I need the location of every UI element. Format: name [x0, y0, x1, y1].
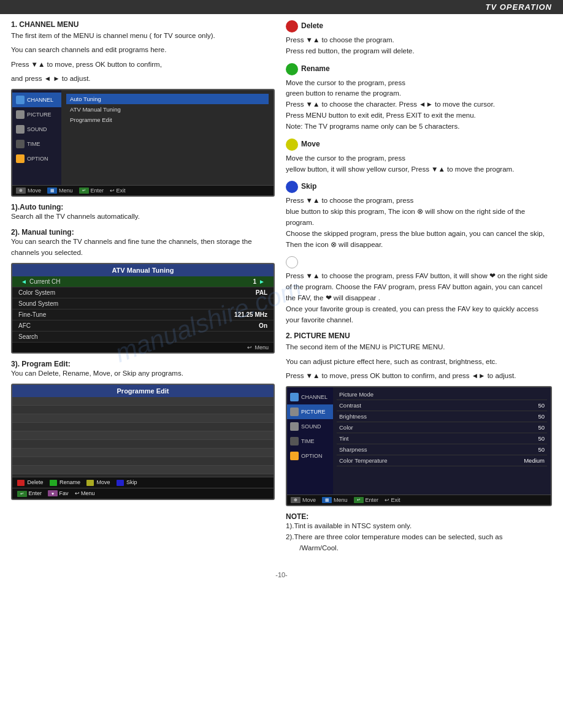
delete-text1: Press ▼▲ to choose the program. [286, 35, 552, 46]
delete-button-icon [17, 480, 25, 486]
auto-tuning-title: 1).Auto tuning: [11, 203, 275, 211]
pic-time-icon [290, 437, 299, 446]
pic-sidebar: CHANNEL PICTURE SOUND TIME [287, 387, 333, 495]
tv-menu-main: Auto Tuning ATV Manual Tuning Programme … [61, 90, 274, 185]
pic-menu-main: Picture Mode Contrast 50 Brightness 50 [333, 387, 551, 495]
prog-bottom-bar: Delete Rename Move Skip [12, 477, 274, 488]
prog-row [12, 466, 274, 474]
tv-sidebar: CHANNEL PICTURE SOUND TIME [12, 90, 61, 185]
pic-row-sharpness: Sharpness 50 [337, 444, 547, 455]
note-item1: 1).Tint is available in NTSC system only… [286, 521, 552, 532]
channel-menu-text1: The first item of the MENU is channel me… [11, 31, 275, 41]
pic-bottom-exit: ↩ Exit [385, 497, 400, 503]
fav-section: Press ▼▲ to choose the program, press FA… [286, 256, 552, 325]
move-icon: ⊕ [16, 188, 26, 194]
prog-row [12, 397, 274, 406]
move-label: Move [301, 140, 320, 148]
tv-menu-atv: ATV Manual Tuning [66, 104, 269, 115]
tv-bottom-enter: ↵ Enter [79, 188, 104, 194]
pic-sidebar-channel: CHANNEL [287, 390, 333, 404]
pic-row-picture-mode: Picture Mode [337, 389, 547, 400]
skip-button-icon [117, 480, 124, 486]
rename-label: Rename [301, 64, 330, 73]
move-text1: Move the cursor to the program, press [286, 153, 552, 164]
skip-text1: Press ▼▲ to choose the program, press [286, 195, 552, 207]
atv-row-afc: AFC On [12, 320, 274, 332]
fav-circle-icon [286, 256, 298, 268]
manual-tuning-title: 2). Manual tuning: [11, 228, 275, 237]
page-header: TV OPERATION [0, 0, 563, 14]
picture-icon [16, 110, 25, 119]
move-text2: yellow button, it will show yellow curso… [286, 164, 552, 175]
pic-sidebar-option: OPTION [287, 449, 333, 463]
sound-icon [16, 125, 25, 134]
note-section: NOTE: 1).Tint is available in NTSC syste… [286, 512, 552, 553]
auto-tuning-text: Search all the TV channels automatically… [11, 211, 275, 222]
left-arrow-icon: ◄ [21, 278, 27, 285]
rename-button-icon [50, 480, 57, 486]
tv-sidebar-sound: SOUND [12, 122, 61, 137]
prog-row [12, 423, 274, 431]
pic-option-icon [290, 452, 299, 460]
atv-row-fine-tune: Fine-Tune 121.25 MHz [12, 309, 274, 320]
right-column: Delete Press ▼▲ to choose the program. P… [286, 20, 552, 560]
prog-row [12, 431, 274, 440]
page-number: -10- [0, 571, 563, 578]
program-edit-text: You can Delete, Rename, Move, or Skip an… [11, 368, 275, 379]
pic-bottom-enter: ↵ Enter [354, 497, 379, 503]
pic-picture-icon [290, 408, 299, 416]
prog-screen-title: Programme Edit [12, 385, 274, 397]
pic-row-contrast: Contrast 50 [337, 400, 547, 411]
manual-tuning-text: You can search the TV channels and fine … [11, 237, 275, 258]
pic-row-color: Color 50 [337, 422, 547, 433]
picture-menu-screenshot: CHANNEL PICTURE SOUND TIME [286, 386, 552, 506]
prog-row [12, 414, 274, 423]
channel-menu-section: 1. CHANNEL MENU The first item of the ME… [11, 20, 275, 197]
channel-menu-text3: Press ▼▲ to move, press OK button to con… [11, 59, 275, 70]
pic-sidebar-picture: PICTURE [287, 404, 333, 419]
tv-menu-auto-tuning: Auto Tuning [66, 94, 269, 104]
rename-section: Rename Move the cursor to the program, p… [286, 63, 552, 132]
prog-row [12, 457, 274, 466]
delete-label: Delete [301, 21, 323, 30]
program-edit-title: 3). Program Edit: [11, 360, 275, 368]
atv-bottom-bar: ↩ Menu [12, 343, 274, 352]
atv-row-current-ch: ◄ Current CH 1 ► [12, 276, 274, 287]
delete-text2: Press red button, the program will delet… [286, 46, 552, 57]
rename-text5: Note: The TV programs name only can be 5… [286, 121, 552, 132]
pic-bottom-bar: ⊕ Move ▦ Menu ↵ Enter ↩ Exit [287, 495, 551, 505]
atv-row-color-system: Color System PAL [12, 287, 274, 298]
atv-screen-title: ATV Manual Tuning [12, 264, 274, 276]
rename-text3: Press ▼▲ to choose the character. Press … [286, 99, 552, 110]
rename-text2: green button to rename the program. [286, 88, 552, 99]
tv-sidebar-option: OPTION [12, 151, 61, 166]
pic-sidebar-time: TIME [287, 434, 333, 449]
channel-menu-screenshot: CHANNEL PICTURE SOUND TIME [11, 89, 275, 197]
rename-text4: Press MENU button to exit edit, Press EX… [286, 110, 552, 121]
prog-bottom-icons: ↵ Enter ♥ Fav ↩ Menu [12, 488, 274, 499]
channel-menu-title: 1. CHANNEL MENU [11, 20, 275, 29]
channel-icon [16, 96, 25, 104]
rename-text1: Move the cursor to the program, press [286, 78, 552, 89]
picture-menu-section: 2. PICTURE MENU The second item of the M… [286, 332, 552, 506]
move-section: Move Move the cursor to the program, pre… [286, 138, 552, 175]
fav-icon: ♥ [48, 490, 58, 496]
prog-row [12, 440, 274, 449]
skip-circle-icon [286, 181, 298, 193]
prog-screen-rows [12, 397, 274, 477]
prog-row [12, 406, 274, 414]
pic-bottom-move: ⊕ Move [291, 497, 316, 503]
option-icon [16, 154, 25, 163]
picture-menu-text3: Press ▼▲ to move, press OK button to con… [286, 371, 552, 381]
move-circle-icon [286, 138, 298, 151]
pic-row-color-temp: Color Temperature Medium [337, 455, 547, 466]
atv-screen: ATV Manual Tuning ◄ Current CH 1 ► Color… [11, 263, 275, 354]
tv-bottom-exit: ↩ Exit [110, 188, 126, 194]
manual-tuning-section: 2). Manual tuning: You can search the TV… [11, 228, 275, 354]
tv-sidebar-time: TIME [12, 137, 61, 151]
atv-row-sound-system: Sound System [12, 298, 274, 309]
pic-row-tint: Tint 50 [337, 433, 547, 444]
menu-icon: ▦ [47, 188, 57, 194]
atv-menu-icon: ↩ [247, 344, 252, 351]
pic-sidebar-sound: SOUND [287, 419, 333, 434]
